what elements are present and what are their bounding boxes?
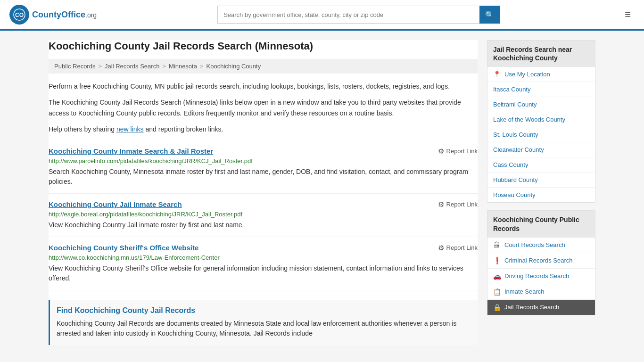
description-1: Perform a free Koochiching County, MN pu… [49,81,478,91]
description-2: The Koochiching County Jail Records Sear… [49,97,478,118]
report-icon-1: ⚙ [438,147,444,156]
sidebar-driving-records[interactable]: 🚗 Driving Records Search [487,269,595,284]
report-icon-2: ⚙ [438,200,444,209]
main-container: Koochiching County Jail Records Search (… [39,31,605,354]
sidebar-jail-records-btn[interactable]: 🔒 Jail Records Search [487,300,595,315]
location-icon: 📍 [493,71,501,78]
result-desc-2: View Koochiching Country Jail inmate ros… [49,220,478,230]
use-location-link[interactable]: Use My Location [504,71,550,78]
menu-icon: ≡ [625,8,631,20]
sidebar-nearby-header: Jail Records Search near Koochiching Cou… [487,41,595,67]
sidebar-county-6[interactable]: Hubbard County [487,173,595,188]
result-url-3[interactable]: http://www.co.koochiching.mn.us/179/Law-… [49,254,478,261]
report-link-1[interactable]: ⚙ Report Link [438,147,478,156]
sidebar-county-7[interactable]: Roseau County [487,188,595,202]
breadcrumb-sep-1: > [98,63,102,70]
result-url-2[interactable]: http://eagle.boreal.org/pidatafiles/kooc… [49,211,478,218]
result-item-1: Koochiching County Inmate Search & Jail … [49,140,478,194]
content-area: Koochiching County Jail Records Search (… [49,40,478,345]
result-desc-1: Search Koochiching County, Minnesota inm… [49,167,478,187]
sidebar-nearby-section: Jail Records Search near Koochiching Cou… [487,40,595,203]
svg-text:CO: CO [15,12,24,18]
breadcrumb-sep-2: > [162,63,166,70]
new-links-link[interactable]: new links [116,125,144,133]
find-title: Find Koochiching County Jail Records [57,306,471,315]
result-item-3: Koochiching County Sheriff's Office Webs… [49,237,478,290]
report-link-2[interactable]: ⚙ Report Link [438,200,478,209]
logo-icon: CO [9,5,29,25]
criminal-icon: ❗ [493,257,501,264]
sidebar: Jail Records Search near Koochiching Cou… [487,40,595,345]
header-right: ≡ [621,7,635,23]
sidebar-inmate-search[interactable]: 📋 Inmate Search [487,284,595,300]
court-icon: 🏛 [493,241,501,249]
result-item-2: Koochiching County Jail Inmate Search ⚙ … [49,194,478,237]
report-icon-3: ⚙ [438,244,444,252]
breadcrumb: Public Records > Jail Records Search > M… [49,59,478,74]
find-desc: Koochiching County Jail Records are docu… [57,319,471,338]
sidebar-county-3[interactable]: St. Louis County [487,127,595,142]
logo-text: CountyOffice.org [32,10,97,20]
breadcrumb-current: Koochiching County [206,63,261,70]
sidebar-use-location[interactable]: 📍 Use My Location [487,67,595,82]
sidebar-county-1[interactable]: Beltrami County [487,97,595,112]
breadcrumb-minnesota[interactable]: Minnesota [169,63,197,70]
result-desc-3: View Koochiching County Sheriff's Office… [49,263,478,283]
search-icon: 🔍 [485,10,495,19]
inmate-icon: 📋 [493,288,501,296]
menu-button[interactable]: ≡ [621,7,635,23]
find-section: Find Koochiching County Jail Records Koo… [49,300,478,345]
result-title-3[interactable]: Koochiching County Sheriff's Office Webs… [49,244,198,252]
sidebar-records-header: Koochiching County Public Records [487,211,595,237]
breadcrumb-jail-records[interactable]: Jail Records Search [105,63,159,70]
search-bar: 🔍 [217,6,500,24]
result-title-1[interactable]: Koochiching County Inmate Search & Jail … [49,147,213,155]
sidebar-county-4[interactable]: Clearwater County [487,142,595,157]
sidebar-county-0[interactable]: Itasca County [487,82,595,97]
sidebar-county-2[interactable]: Lake of the Woods County [487,112,595,127]
description-3: Help others by sharing new links and rep… [49,124,478,134]
page-title: Koochiching County Jail Records Search (… [49,40,478,52]
result-title-2[interactable]: Koochiching County Jail Inmate Search [49,200,182,208]
search-input[interactable] [217,6,479,24]
sidebar-criminal-records[interactable]: ❗ Criminal Records Search [487,253,595,269]
driving-icon: 🚗 [493,272,501,280]
logo[interactable]: CO CountyOffice.org [9,5,97,25]
jail-icon: 🔒 [493,304,501,311]
breadcrumb-sep-3: > [200,63,204,70]
breadcrumb-public-records[interactable]: Public Records [54,63,95,70]
search-button[interactable]: 🔍 [479,6,500,24]
sidebar-court-records[interactable]: 🏛 Court Records Search [487,238,595,253]
result-url-1[interactable]: http://www.parcelinfo.com/pidatafiles/ko… [49,157,478,165]
site-header: CO CountyOffice.org 🔍 ≡ [0,0,644,31]
sidebar-records-section: Koochiching County Public Records 🏛 Cour… [487,210,595,315]
sidebar-county-5[interactable]: Cass County [487,157,595,173]
report-link-3[interactable]: ⚙ Report Link [438,244,478,252]
